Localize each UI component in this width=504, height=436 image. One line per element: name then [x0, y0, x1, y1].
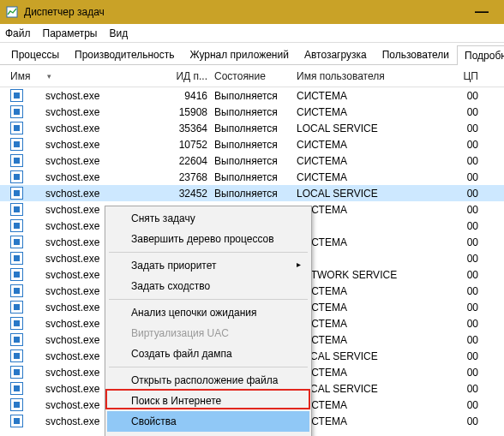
process-name: svchost.exe — [45, 269, 99, 281]
process-icon — [10, 301, 23, 314]
context-menu-item[interactable]: Задать сходство — [107, 276, 309, 296]
process-name: svchost.exe — [45, 188, 99, 200]
column-cpu[interactable]: ЦП — [454, 70, 482, 82]
process-icon — [10, 236, 23, 248]
process-user: СИСТЕМА — [297, 399, 454, 411]
context-menu-item[interactable]: Снять задачу — [107, 208, 309, 229]
process-icon — [10, 268, 23, 281]
process-icon — [10, 138, 23, 151]
context-menu-item[interactable]: Анализ цепочки ожидания — [107, 302, 309, 323]
context-menu-item[interactable]: Завершить дерево процессов — [107, 229, 309, 249]
process-name: svchost.exe — [45, 204, 99, 216]
process-name: svchost.exe — [45, 106, 99, 118]
process-cpu: 00 — [454, 269, 482, 281]
process-cpu: 00 — [454, 171, 482, 183]
process-user: СИСТЕМА — [297, 106, 454, 118]
process-icon — [10, 252, 23, 265]
context-menu-item[interactable]: Создать файл дампа — [107, 343, 309, 364]
process-cpu: 00 — [454, 139, 482, 151]
context-menu-item: Виртуализация UAC — [107, 323, 309, 343]
process-user: СИСТЕМА — [297, 318, 454, 330]
context-menu-item[interactable]: Поиск в Интернете — [107, 391, 309, 411]
column-name-label: Имя — [10, 70, 30, 82]
process-name: svchost.exe — [45, 236, 99, 248]
menu-file[interactable]: Файл — [5, 27, 31, 39]
process-name: svchost.exe — [45, 302, 99, 314]
tab-1[interactable]: Производительность — [67, 45, 182, 64]
app-icon — [5, 5, 19, 19]
tab-2[interactable]: Журнал приложений — [183, 45, 297, 64]
process-cpu: 00 — [454, 106, 482, 118]
process-pid: 23768 — [166, 171, 214, 183]
process-icon — [10, 284, 23, 297]
process-pid: 35364 — [166, 122, 214, 134]
table-row[interactable]: svchost.exe10752ВыполняетсяСИСТЕМА00 — [0, 136, 504, 152]
process-user: СИСТЕМА — [297, 236, 454, 248]
minimize-button[interactable]: — — [465, 4, 499, 20]
context-menu-item[interactable]: Перейти к службам — [107, 432, 309, 436]
window-title: Диспетчер задач — [24, 6, 465, 18]
process-name: svchost.exe — [45, 285, 99, 297]
tab-5[interactable]: Подробности — [457, 45, 504, 65]
process-name: svchost.exe — [45, 415, 99, 427]
menu-options[interactable]: Параметры — [43, 27, 98, 39]
process-user: СИСТЕМА — [297, 171, 454, 183]
table-row[interactable]: svchost.exe15908ВыполняетсяСИСТЕМА00 — [0, 104, 504, 120]
process-cpu: 00 — [454, 253, 482, 265]
process-cpu: 00 — [454, 415, 482, 427]
process-cpu: 00 — [454, 122, 482, 134]
process-icon — [10, 203, 23, 216]
process-cpu: 00 — [454, 350, 482, 362]
column-headers: Имя ▾ ИД п... Состояние Имя пользователя… — [0, 65, 504, 87]
tab-3[interactable]: Автозагрузка — [297, 45, 375, 64]
process-name: svchost.exe — [45, 155, 99, 167]
process-cpu: 00 — [454, 236, 482, 248]
process-name: svchost.exe — [45, 171, 99, 183]
process-user: СИСТЕМА — [297, 302, 454, 314]
process-user: СИСТЕМА — [297, 285, 454, 297]
table-row[interactable]: svchost.exe32452ВыполняетсяLOCAL SERVICE… — [0, 185, 504, 201]
table-row[interactable]: svchost.exe23768ВыполняетсяСИСТЕМА00 — [0, 169, 504, 185]
process-pid: 32452 — [166, 188, 214, 200]
process-user: СИСТЕМА — [297, 415, 454, 427]
sort-indicator-icon: ▾ — [47, 72, 51, 81]
column-state[interactable]: Состояние — [214, 70, 297, 82]
process-user: LOCAL SERVICE — [297, 350, 454, 362]
process-name: svchost.exe — [45, 90, 99, 102]
column-name[interactable]: Имя ▾ — [3, 70, 166, 82]
process-cpu: 00 — [454, 285, 482, 297]
table-row[interactable]: svchost.exe9416ВыполняетсяСИСТЕМА00 — [0, 87, 504, 104]
process-name: svchost.exe — [45, 383, 99, 395]
process-icon — [10, 382, 23, 395]
process-name: svchost.exe — [45, 399, 99, 411]
process-state: Выполняется — [214, 171, 297, 183]
menu-separator — [109, 252, 308, 253]
process-name: svchost.exe — [45, 334, 99, 346]
context-menu-item[interactable]: Открыть расположение файла — [107, 370, 309, 391]
process-icon — [10, 317, 23, 330]
process-cpu: 00 — [454, 204, 482, 216]
process-icon — [10, 398, 23, 411]
tab-0[interactable]: Процессы — [3, 45, 67, 64]
context-menu-item[interactable]: Задать приоритет — [107, 255, 309, 276]
process-icon — [10, 333, 23, 346]
context-menu-item[interactable]: Свойства — [107, 411, 309, 432]
process-icon — [10, 219, 23, 232]
process-cpu: 00 — [454, 188, 482, 200]
menu-view[interactable]: Вид — [109, 27, 128, 39]
column-pid[interactable]: ИД п... — [166, 70, 214, 82]
process-name: svchost.exe — [45, 220, 99, 232]
table-row[interactable]: svchost.exe35364ВыполняетсяLOCAL SERVICE… — [0, 120, 504, 136]
process-user: СИСТЕМА — [297, 139, 454, 151]
column-user[interactable]: Имя пользователя — [297, 70, 454, 82]
tab-4[interactable]: Пользователи — [375, 45, 457, 64]
title-bar: Диспетчер задач — — [0, 0, 504, 24]
table-row[interactable]: svchost.exe22604ВыполняетсяСИСТЕМА00 — [0, 152, 504, 169]
process-user: LOCAL SERVICE — [297, 188, 454, 200]
process-pid: 15908 — [166, 106, 214, 118]
process-icon — [10, 105, 23, 118]
process-cpu: 00 — [454, 90, 482, 102]
menu-separator — [109, 299, 308, 300]
process-icon — [10, 366, 23, 379]
process-name: svchost.exe — [45, 139, 99, 151]
